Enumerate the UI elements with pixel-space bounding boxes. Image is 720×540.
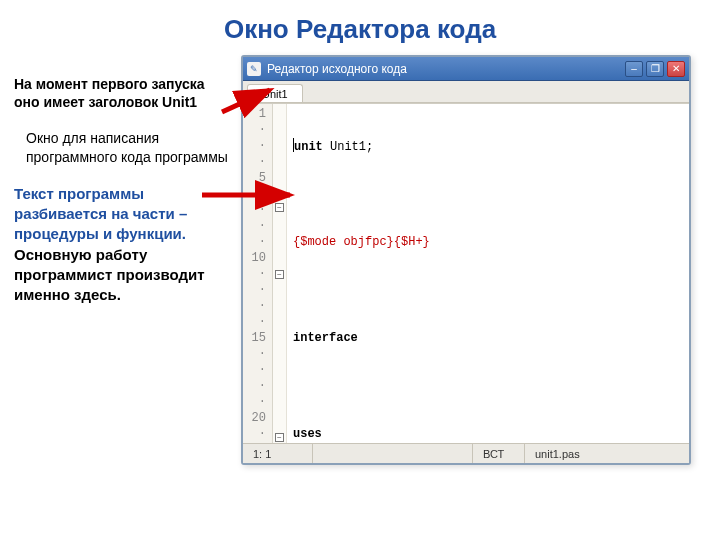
note-2: Окно для написания программного кода про… [14,129,229,165]
editor-window: ✎ Редактор исходного кода – ❐ ✕ Unit1 1·… [241,55,691,465]
fold-marker-icon[interactable]: − [275,203,284,212]
minimize-button[interactable]: – [625,61,643,77]
fold-marker-icon[interactable]: − [275,270,284,279]
fold-gutter: − − − [273,104,287,443]
slide-title: Окно Редактора кода [0,14,720,45]
statusbar: 1: 1 ВСТ unit1.pas [243,443,689,463]
status-empty [313,444,473,463]
note-3: Текст программы разбивается на части – п… [14,184,229,306]
note-3-highlight: Текст программы разбивается на части – п… [14,185,187,243]
app-icon: ✎ [247,62,261,76]
close-button[interactable]: ✕ [667,61,685,77]
titlebar[interactable]: ✎ Редактор исходного кода – ❐ ✕ [243,57,689,81]
status-caret: 1: 1 [243,444,313,463]
code-editor[interactable]: 1··· 5···· 10···· 15···· 20· − − − unit … [243,103,689,443]
window-title: Редактор исходного кода [267,62,625,76]
fold-marker-icon[interactable]: − [275,433,284,442]
tab-unit1[interactable]: Unit1 [247,84,303,102]
tabs-row: Unit1 [243,81,689,103]
status-filename: unit1.pas [525,448,689,460]
status-insert-mode: ВСТ [473,444,525,463]
code-text[interactable]: unit Unit1; {$mode objfpc}{$H+} interfac… [287,104,689,443]
maximize-button[interactable]: ❐ [646,61,664,77]
line-number-gutter: 1··· 5···· 10···· 15···· 20· [243,104,273,443]
note-1: На момент первого запуска оно имеет заго… [14,75,229,111]
